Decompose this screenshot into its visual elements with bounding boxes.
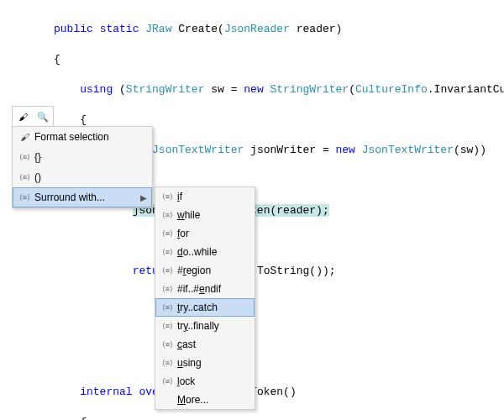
template-icon: (≡) <box>157 207 177 223</box>
context-menu: 🖌 Format selection (≡) {} (≡) () (≡) Sur… <box>12 126 153 208</box>
submenu-region[interactable]: (≡) #region <box>155 261 255 280</box>
brush-icon[interactable]: 🖌 <box>14 108 31 125</box>
template-icon: (≡) <box>157 244 177 260</box>
submenu-ifendif[interactable]: (≡) #if..#endif <box>155 280 255 298</box>
bulb-icon[interactable]: 🔍 <box>34 108 51 125</box>
template-icon: (≡) <box>14 170 34 185</box>
surround-with-submenu: (≡) if (≡) while (≡) for (≡) do..while (… <box>155 186 255 410</box>
menu-parens[interactable]: (≡) () <box>13 167 152 187</box>
submenu-lock[interactable]: (≡) lock <box>155 372 255 391</box>
code-line: { <box>0 52 504 67</box>
submenu-dowhile[interactable]: (≡) do..while <box>155 243 255 261</box>
template-icon: (≡) <box>14 190 34 205</box>
template-icon: (≡) <box>157 300 177 315</box>
brush-icon: 🖌 <box>14 129 34 144</box>
submenu-if[interactable]: (≡) if <box>155 187 255 206</box>
submenu-trycatch[interactable]: (≡) try..catch <box>155 298 255 317</box>
action-icon-bar: 🖌 🔍 <box>12 106 54 128</box>
submenu-more[interactable]: More... <box>155 391 255 409</box>
template-icon: (≡) <box>157 189 177 204</box>
code-line: { <box>0 415 504 420</box>
template-icon: (≡) <box>157 263 177 278</box>
menu-surround-with[interactable]: (≡) Surround with... ▶ <box>13 187 152 207</box>
code-line: using (StringWriter sw = new StringWrite… <box>0 82 504 97</box>
template-icon: (≡) <box>157 281 177 297</box>
template-icon: (≡) <box>157 318 177 333</box>
submenu-using[interactable]: (≡) using <box>155 354 255 372</box>
submenu-for[interactable]: (≡) for <box>155 224 255 243</box>
submenu-tryfinally[interactable]: (≡) try..finally <box>155 317 255 335</box>
submenu-while[interactable]: (≡) while <box>155 206 255 224</box>
menu-braces[interactable]: (≡) {} <box>13 147 152 167</box>
template-icon: (≡) <box>157 337 177 352</box>
chevron-right-icon: ▶ <box>140 193 149 202</box>
submenu-cast[interactable]: (≡) cast <box>155 335 255 354</box>
template-icon: (≡) <box>157 355 177 370</box>
template-icon: (≡) <box>14 150 34 165</box>
menu-format-selection[interactable]: 🖌 Format selection <box>13 127 152 147</box>
template-icon: (≡) <box>157 374 177 389</box>
code-line: public static JRaw Create(JsonReader rea… <box>0 22 504 37</box>
template-icon: (≡) <box>157 226 177 241</box>
blank-icon <box>157 392 177 407</box>
